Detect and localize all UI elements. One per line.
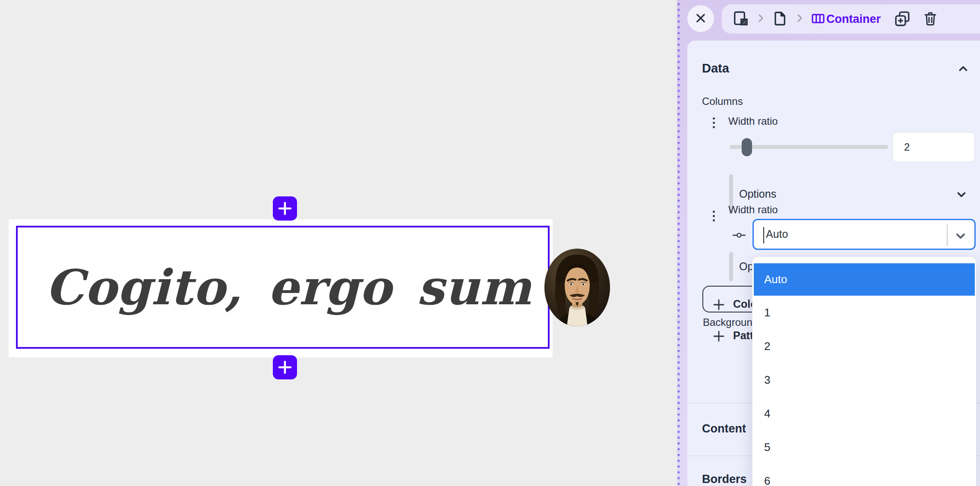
- chevron-down-icon[interactable]: [954, 229, 967, 245]
- chevron-up-icon: [957, 62, 970, 76]
- x-close-icon: [694, 12, 707, 26]
- plus-icon: [713, 330, 725, 344]
- page-icon: [772, 10, 788, 28]
- plus-icon: [278, 360, 292, 375]
- close-inspector-button[interactable]: [687, 5, 714, 32]
- data-section-title: Data: [702, 61, 729, 76]
- add-section-below-button[interactable]: [273, 355, 297, 379]
- drag-handle[interactable]: [710, 117, 718, 128]
- text-caret: [763, 227, 764, 243]
- combobox-divider: [947, 224, 948, 246]
- dropdown-option-2[interactable]: 2: [752, 329, 976, 363]
- breadcrumb-current-label: Container: [826, 13, 881, 26]
- artboard-icon: [732, 10, 749, 28]
- selected-container-element[interactable]: Cogito, ergo sum: [16, 226, 550, 349]
- columns-icon: [811, 11, 825, 27]
- dropdown-option-3[interactable]: 3: [752, 363, 976, 397]
- options-toggle-label[interactable]: Options: [739, 188, 776, 200]
- breadcrumb-container[interactable]: Container: [811, 11, 881, 27]
- duplicate-element-button[interactable]: [893, 9, 911, 29]
- chevron-down-icon: [955, 188, 968, 202]
- quote-text[interactable]: Cogito, ergo sum: [45, 259, 531, 316]
- width-ratio-dropdown: Auto 1 2 3 4 5 6: [752, 257, 976, 486]
- data-collapse-button[interactable]: [957, 62, 970, 76]
- slider-control-icon: [733, 232, 746, 240]
- dropdown-option-1[interactable]: 1: [752, 296, 976, 329]
- chevron-right-icon: [755, 13, 766, 25]
- drag-handle[interactable]: [710, 211, 718, 221]
- dropdown-option-auto[interactable]: Auto: [754, 263, 975, 296]
- breadcrumb-artboard[interactable]: [732, 10, 749, 28]
- width-ratio-value-input[interactable]: [892, 132, 975, 162]
- width-ratio-slider[interactable]: [730, 145, 888, 149]
- trash-icon: [922, 10, 939, 28]
- plus-icon: [713, 299, 725, 312]
- duplicate-plus-icon: [893, 9, 911, 29]
- breadcrumb-page[interactable]: [772, 10, 788, 28]
- breadcrumb: Container: [722, 4, 980, 34]
- combobox-value: Auto: [766, 228, 788, 240]
- width-ratio-combobox[interactable]: Auto: [752, 219, 976, 250]
- chevron-right-icon: [794, 13, 805, 25]
- width-ratio-label: Width ratio: [728, 115, 778, 127]
- add-section-above-button[interactable]: [273, 196, 297, 221]
- content-section-header[interactable]: Content: [702, 422, 746, 436]
- width-ratio-label: Width ratio: [728, 204, 778, 216]
- delete-element-button[interactable]: [922, 10, 939, 28]
- dropdown-option-4[interactable]: 4: [752, 397, 976, 430]
- columns-label: Columns: [702, 95, 743, 107]
- editor-canvas[interactable]: Cogito, ergo sum: [0, 0, 677, 486]
- panel-resize-handle[interactable]: [677, 0, 680, 486]
- dropdown-option-6[interactable]: 6: [752, 464, 976, 486]
- indent-line: [729, 252, 733, 281]
- options-expand-button[interactable]: [955, 188, 968, 202]
- background-label: Background: [703, 316, 758, 328]
- plus-icon: [278, 201, 292, 216]
- dropdown-option-5[interactable]: 5: [752, 430, 976, 464]
- descartes-portrait[interactable]: [544, 249, 610, 326]
- inspector-panel: Container Data Columns Width ratio Optio…: [677, 0, 980, 486]
- width-ratio-slider-thumb[interactable]: [742, 138, 752, 156]
- borders-section-header[interactable]: Borders: [702, 473, 747, 486]
